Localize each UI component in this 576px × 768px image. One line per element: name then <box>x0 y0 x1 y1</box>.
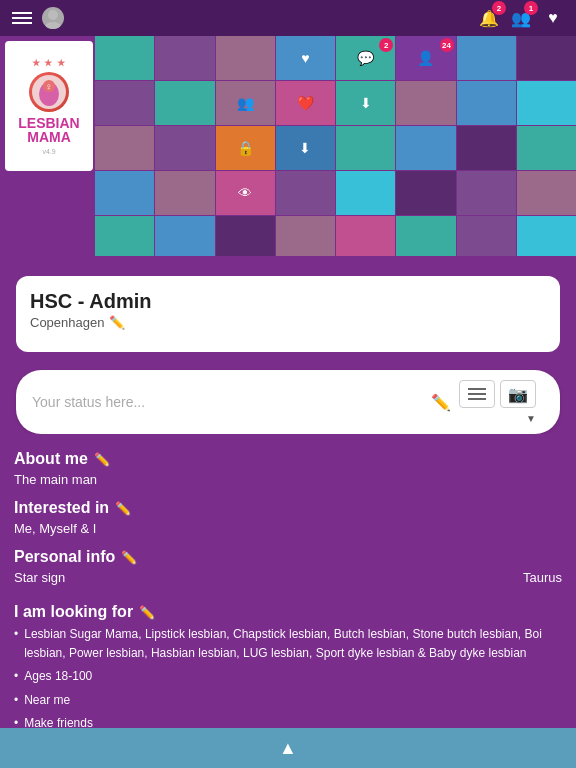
tile-25[interactable] <box>95 171 154 215</box>
status-input[interactable]: Your status here... <box>32 394 431 410</box>
about-me-title: About me <box>14 450 88 468</box>
tile-33[interactable] <box>95 216 154 256</box>
looking-for-edit-icon[interactable]: ✏️ <box>139 605 155 620</box>
looking-for-list: • Lesbian Sugar Mama, Lipstick lesbian, … <box>14 625 562 733</box>
looking-for-header: I am looking for ✏️ <box>14 603 562 621</box>
user-avatar-small[interactable] <box>42 7 64 29</box>
tile-1[interactable] <box>95 36 154 80</box>
svg-point-1 <box>45 22 61 29</box>
tile-22[interactable] <box>396 126 455 170</box>
svg-point-0 <box>48 10 58 20</box>
tile-download[interactable]: ⬇ <box>336 81 395 125</box>
logo-text-line2: MAMA <box>27 130 71 144</box>
tile-38[interactable] <box>396 216 455 256</box>
tile-21[interactable] <box>336 126 395 170</box>
hamburger-menu-icon[interactable] <box>12 12 32 24</box>
friends-badge-count: 1 <box>524 1 538 15</box>
list-view-button[interactable] <box>459 380 495 408</box>
tile-24[interactable] <box>517 126 576 170</box>
personal-info-edit-icon[interactable]: ✏️ <box>121 550 137 565</box>
star-sign-row: Star sign Taurus <box>14 570 562 585</box>
looking-item-3: • Near me <box>14 691 562 710</box>
status-bar: Your status here... ✏️ 📷 ▼ <box>16 370 560 434</box>
tile-9[interactable] <box>95 81 154 125</box>
status-bar-wrapper: Your status here... ✏️ 📷 ▼ <box>0 340 576 434</box>
logo-text-line1: LESBIAN <box>18 116 79 130</box>
tile-40[interactable] <box>517 216 576 256</box>
tile-39[interactable] <box>457 216 516 256</box>
tile-down2[interactable]: ⬇ <box>276 126 335 170</box>
logo-stars: ★ ★ ★ <box>32 58 66 68</box>
notifications-badge-count: 2 <box>492 1 506 15</box>
app-logo[interactable]: ★ ★ ★ ♀ LESBIAN MAMA v4.9 <box>5 41 93 171</box>
about-me-text: The main man <box>14 472 562 487</box>
looking-item-1: • Lesbian Sugar Mama, Lipstick lesbian, … <box>14 625 562 663</box>
tile-30[interactable] <box>396 171 455 215</box>
interested-in-title: Interested in <box>14 499 109 517</box>
tile-26[interactable] <box>155 171 214 215</box>
personal-info-header: Personal info ✏️ <box>14 548 562 566</box>
camera-button[interactable]: 📷 <box>500 380 536 408</box>
tile-7[interactable] <box>457 36 516 80</box>
tile-2[interactable] <box>155 36 214 80</box>
looking-for-title: I am looking for <box>14 603 133 621</box>
star-sign-value: Taurus <box>523 570 562 585</box>
tile-lock[interactable]: 🔒 <box>216 126 275 170</box>
tile-17[interactable] <box>95 126 154 170</box>
tile-friend[interactable]: 👥 <box>216 81 275 125</box>
looking-item-text-1: Lesbian Sugar Mama, Lipstick lesbian, Ch… <box>24 625 562 663</box>
tile-grid: ♥ 💬 2 👤 24 👥 ❤️ ⬇ 🔒 ⬇ 👁 <box>95 36 576 256</box>
tile-23[interactable] <box>457 126 516 170</box>
top-bar-right: 🔔 2 👥 1 ♥ <box>478 7 564 29</box>
content-section: About me ✏️ The main man Interested in ✏… <box>0 434 576 733</box>
about-me-edit-icon[interactable]: ✏️ <box>94 452 110 467</box>
profile-location: Copenhagen ✏️ <box>30 315 546 330</box>
profile-card: HSC - Admin Copenhagen ✏️ <box>16 276 560 340</box>
tile-36[interactable] <box>276 216 335 256</box>
profile-card-wrapper: HSC - Admin Copenhagen ✏️ <box>0 256 576 340</box>
tile-10[interactable] <box>155 81 214 125</box>
personal-info-title: Personal info <box>14 548 115 566</box>
about-me-header: About me ✏️ <box>14 450 562 468</box>
tile-28[interactable] <box>276 171 335 215</box>
mosaic-section: ★ ★ ★ ♀ LESBIAN MAMA v4.9 ♥ 💬 2 👤 24 <box>0 36 576 256</box>
tile-heart[interactable]: ♥ <box>276 36 335 80</box>
tile-18[interactable] <box>155 126 214 170</box>
looking-item-2: • Ages 18-100 <box>14 667 562 686</box>
tile-3[interactable] <box>216 36 275 80</box>
tile-34[interactable] <box>155 216 214 256</box>
tile-notify[interactable]: 👤 24 <box>396 36 455 80</box>
status-edit-icon[interactable]: ✏️ <box>431 393 451 412</box>
svg-text:♀: ♀ <box>45 81 53 92</box>
tile-16[interactable] <box>517 81 576 125</box>
status-actions: 📷 ▼ <box>459 380 536 424</box>
heart-icon: ♥ <box>542 7 564 29</box>
favorites-icon-badge[interactable]: ♥ <box>542 7 564 29</box>
interested-in-text: Me, Myself & I <box>14 521 562 536</box>
tile-15[interactable] <box>457 81 516 125</box>
tile-chat[interactable]: 💬 2 <box>336 36 395 80</box>
tile-8[interactable] <box>517 36 576 80</box>
up-arrow-icon: ▲ <box>279 738 297 759</box>
location-text: Copenhagen <box>30 315 104 330</box>
tile-29[interactable] <box>336 171 395 215</box>
tile-gift[interactable]: ❤️ <box>276 81 335 125</box>
looking-item-text-3: Near me <box>24 691 70 710</box>
profile-name: HSC - Admin <box>30 290 546 313</box>
bullet-1: • <box>14 625 18 663</box>
location-edit-icon[interactable]: ✏️ <box>109 315 125 330</box>
scroll-up-button[interactable]: ▲ <box>0 728 576 768</box>
interested-in-edit-icon[interactable]: ✏️ <box>115 501 131 516</box>
dropdown-arrow-icon[interactable]: ▼ <box>526 413 536 424</box>
looking-item-text-2: Ages 18-100 <box>24 667 92 686</box>
tile-32[interactable] <box>517 171 576 215</box>
friends-icon-badge[interactable]: 👥 1 <box>510 7 532 29</box>
star-sign-label: Star sign <box>14 570 65 585</box>
logo-icon: ♀ <box>29 72 69 112</box>
notifications-icon-badge[interactable]: 🔔 2 <box>478 7 500 29</box>
tile-35[interactable] <box>216 216 275 256</box>
tile-37[interactable] <box>336 216 395 256</box>
tile-31[interactable] <box>457 171 516 215</box>
tile-14[interactable] <box>396 81 455 125</box>
tile-eye[interactable]: 👁 <box>216 171 275 215</box>
